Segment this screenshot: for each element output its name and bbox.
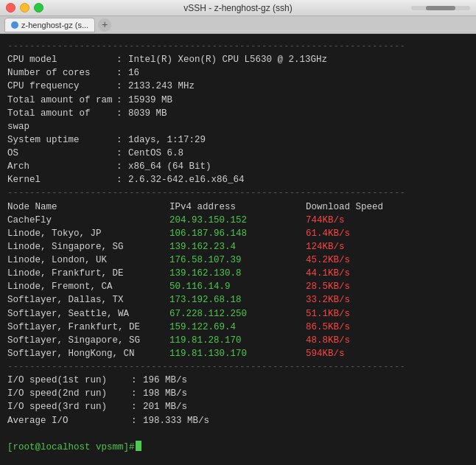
network-row: Linode, Fremont, CA 50.116.14.9 28.5KB/s bbox=[7, 280, 469, 293]
network-row: Softlayer, Frankfurt, DE 159.122.69.4 86… bbox=[7, 321, 469, 334]
minimize-button[interactable] bbox=[20, 3, 29, 13]
network-row: CacheFly 204.93.150.152 744KB/s bbox=[7, 214, 469, 227]
network-row: Softlayer, HongKong, CN 119.81.130.170 5… bbox=[7, 347, 469, 360]
shell-prompt: [root@localhost vpsmm]# bbox=[7, 441, 135, 454]
network-row: Linode, Frankfurt, DE 139.162.130.8 44.1… bbox=[7, 267, 469, 280]
divider-bottom: ----------------------------------------… bbox=[7, 360, 469, 374]
tab-icon bbox=[11, 21, 18, 29]
sysinfo-row-os: OS : CentOS 6.8 bbox=[7, 147, 469, 160]
io-row-avg: Average I/O : 198.333 MB/s bbox=[7, 414, 469, 427]
sysinfo-row-cpu-model: CPU model : Intel(R) Xeon(R) CPU L5630 @… bbox=[7, 53, 469, 66]
tab-ssh[interactable]: z-henghost-gz (s... bbox=[4, 18, 95, 32]
sysinfo-row-kernel: Kernel : 2.6.32-642.el6.x86_64 bbox=[7, 173, 469, 186]
col-header-name: Node Name bbox=[7, 200, 169, 214]
col-header-ip: IPv4 address bbox=[169, 200, 306, 214]
titlebar: vSSH - z-henghost-gz (ssh) bbox=[0, 0, 476, 16]
network-row: Softlayer, Dallas, TX 173.192.68.18 33.2… bbox=[7, 293, 469, 307]
divider-top: ----------------------------------------… bbox=[7, 40, 469, 53]
network-row: Linode, London, UK 176.58.107.39 45.2KB/… bbox=[7, 254, 469, 267]
io-row-1: I/O speed(1st run) : 196 MB/s bbox=[7, 374, 469, 387]
scrollbar[interactable] bbox=[411, 6, 470, 10]
network-row: Linode, Tokyo, JP 106.187.96.148 61.4KB/… bbox=[7, 227, 469, 240]
sysinfo-row-swap: Total amount of swap : 8039 MB bbox=[7, 107, 469, 133]
maximize-button[interactable] bbox=[34, 3, 43, 13]
io-row-2: I/O speed(2nd run) : 198 MB/s bbox=[7, 387, 469, 400]
network-row: Softlayer, Seattle, WA 67.228.112.250 51… bbox=[7, 307, 469, 321]
io-row-3: I/O speed(3rd run) : 201 MB/s bbox=[7, 400, 469, 413]
scrollbar-thumb[interactable] bbox=[426, 6, 455, 10]
sysinfo-row-ram: Total amount of ram : 15939 MB bbox=[7, 94, 469, 107]
network-header-row: Node Name IPv4 address Download Speed bbox=[7, 200, 469, 214]
cursor bbox=[136, 441, 141, 451]
shell-prompt-row: [root@localhost vpsmm]# bbox=[7, 441, 469, 454]
window-title: vSSH - z-henghost-gz (ssh) bbox=[183, 3, 292, 13]
terminal-area[interactable]: ----------------------------------------… bbox=[0, 34, 476, 465]
network-row: Softlayer, Singapore, SG 119.81.28.170 4… bbox=[7, 334, 469, 347]
divider-mid: ----------------------------------------… bbox=[7, 186, 469, 200]
tabbar: z-henghost-gz (s... + bbox=[0, 16, 476, 34]
col-header-speed: Download Speed bbox=[306, 200, 383, 214]
tab-label: z-henghost-gz (s... bbox=[21, 21, 88, 29]
sysinfo-row-cores: Number of cores : 16 bbox=[7, 66, 469, 80]
sysinfo-row-freq: CPU frequency : 2133.243 MHz bbox=[7, 80, 469, 93]
traffic-lights bbox=[6, 3, 43, 13]
sysinfo-row-uptime: System uptime : 1days, 1:17:29 bbox=[7, 133, 469, 147]
network-row: Linode, Singapore, SG 139.162.23.4 124KB… bbox=[7, 240, 469, 254]
new-tab-button[interactable]: + bbox=[98, 18, 111, 32]
sysinfo-row-arch: Arch : x86_64 (64 Bit) bbox=[7, 160, 469, 173]
close-button[interactable] bbox=[6, 3, 15, 13]
